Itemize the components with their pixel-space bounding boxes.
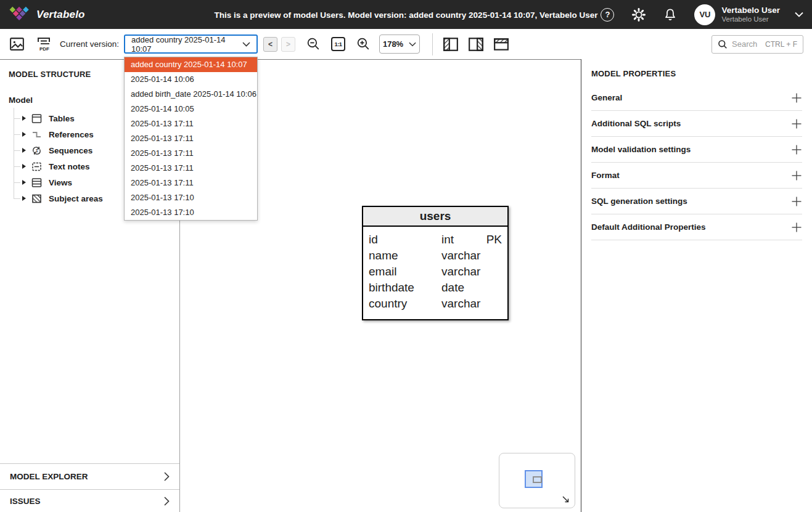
subject-area-icon xyxy=(31,193,42,204)
vertabelo-logo-icon xyxy=(9,6,31,24)
plus-icon[interactable] xyxy=(791,118,802,129)
column-row[interactable]: country varchar xyxy=(369,296,502,312)
minimap[interactable] xyxy=(499,453,575,508)
search-input[interactable] xyxy=(732,39,761,49)
expand-arrow-icon[interactable] xyxy=(22,196,26,201)
plus-icon[interactable] xyxy=(791,144,802,155)
search-shortcut-hint: CTRL + F xyxy=(765,40,797,49)
column-row[interactable]: name varchar xyxy=(369,248,502,264)
entity-users-title[interactable]: users xyxy=(363,207,507,227)
gear-icon[interactable] xyxy=(631,7,646,22)
expand-arrow-icon[interactable] xyxy=(22,132,26,137)
zoom-in-icon[interactable] xyxy=(356,36,371,52)
brand-name: Vertabelo xyxy=(36,9,85,21)
properties-section-additional-sql[interactable]: Additional SQL scripts xyxy=(591,111,802,137)
plus-icon[interactable] xyxy=(791,222,802,233)
current-version-label: Current version: xyxy=(60,39,119,49)
column-row[interactable]: birthdate date xyxy=(369,280,502,296)
plus-icon[interactable] xyxy=(791,92,802,104)
model-properties-panel: MODEL PROPERTIES General Additional SQL … xyxy=(581,59,812,512)
resize-arrow-icon[interactable] xyxy=(562,495,570,504)
version-option[interactable]: 2025-01-13 17:10 xyxy=(125,205,257,220)
views-icon xyxy=(31,177,42,188)
version-option[interactable]: 2025-01-13 17:11 xyxy=(125,146,257,161)
version-option[interactable]: 2025-01-13 17:10 xyxy=(125,190,257,205)
version-option[interactable]: 2025-01-14 10:05 xyxy=(125,102,257,116)
column-row[interactable]: id int PK xyxy=(369,232,502,248)
expand-arrow-icon[interactable] xyxy=(22,180,26,185)
properties-section-sql-generation[interactable]: SQL generation settings xyxy=(591,189,802,214)
version-select-value: added country 2025-01-14 10:07 xyxy=(131,35,242,54)
version-dropdown-list: added country 2025-01-14 10:07 2025-01-1… xyxy=(124,57,258,221)
preview-banner-text: This is a preview of model Users. Model … xyxy=(215,10,598,19)
toggle-right-panel-icon[interactable] xyxy=(468,36,484,52)
export-pdf-icon[interactable]: PDF xyxy=(35,36,52,53)
reference-icon xyxy=(31,129,42,140)
chevron-down-icon xyxy=(795,12,803,17)
column-row[interactable]: email varchar xyxy=(369,264,502,280)
vertabelo-logo[interactable]: Vertabelo xyxy=(9,6,85,24)
entity-users[interactable]: users id int PK name varchar email varch… xyxy=(362,206,509,320)
zoom-out-icon[interactable] xyxy=(306,36,321,52)
toolbar-divider xyxy=(432,33,433,55)
search-box[interactable]: CTRL + F xyxy=(712,35,803,54)
svg-text:1: 1 xyxy=(36,148,38,153)
minimap-entity-marker xyxy=(533,476,542,483)
version-option[interactable]: 2025-01-13 17:11 xyxy=(125,131,257,146)
issues-section[interactable]: ISSUES xyxy=(0,489,179,512)
version-option[interactable]: 2025-01-13 17:11 xyxy=(125,161,257,176)
version-option[interactable]: added birth_date 2025-01-14 10:06 xyxy=(125,87,257,102)
help-icon[interactable]: ? xyxy=(600,7,615,22)
model-properties-title: MODEL PROPERTIES xyxy=(591,69,802,78)
next-version-button[interactable]: > xyxy=(281,37,295,52)
zoom-level-select[interactable]: 178% xyxy=(379,35,420,54)
search-icon xyxy=(718,39,728,49)
toggle-top-panel-icon[interactable] xyxy=(493,36,509,52)
chevron-right-icon xyxy=(164,497,170,506)
text-note-icon xyxy=(31,161,42,172)
chevron-right-icon xyxy=(164,472,170,481)
properties-section-model-validation[interactable]: Model validation settings xyxy=(591,137,802,163)
expand-arrow-icon[interactable] xyxy=(22,148,26,153)
bell-icon[interactable] xyxy=(663,7,678,22)
model-explorer-section[interactable]: MODEL EXPLORER xyxy=(0,463,179,489)
topbar: Vertabelo This is a preview of model Use… xyxy=(0,0,812,29)
version-select[interactable]: added country 2025-01-14 10:07 xyxy=(124,35,258,54)
properties-section-format[interactable]: Format xyxy=(591,163,802,189)
version-option[interactable]: 2025-01-14 10:06 xyxy=(125,72,257,87)
user-menu[interactable]: VU Vertabelo User Vertabelo User xyxy=(694,4,803,25)
table-icon xyxy=(31,113,42,124)
sequence-icon: 1 xyxy=(31,145,42,156)
expand-arrow-icon[interactable] xyxy=(22,116,26,121)
zoom-level-value: 178% xyxy=(383,39,403,49)
export-image-icon[interactable] xyxy=(9,36,25,52)
version-option[interactable]: added country 2025-01-14 10:07 xyxy=(125,57,257,72)
properties-section-default-additional[interactable]: Default Additional Properties xyxy=(591,214,802,240)
version-option[interactable]: 2025-01-13 17:11 xyxy=(125,176,257,190)
user-subtitle: Vertabelo User xyxy=(721,15,780,23)
toolbar: PDF Current version: added country 2025-… xyxy=(0,29,812,59)
primary-key-badge: PK xyxy=(486,233,502,246)
plus-icon[interactable] xyxy=(791,170,802,181)
expand-arrow-icon[interactable] xyxy=(22,164,26,169)
previous-version-button[interactable]: < xyxy=(263,37,277,52)
chevron-down-icon xyxy=(409,42,416,47)
chevron-down-icon xyxy=(242,42,250,47)
plus-icon[interactable] xyxy=(791,196,802,207)
version-option[interactable]: 2025-01-13 17:11 xyxy=(125,116,257,131)
toggle-left-panel-icon[interactable] xyxy=(443,36,459,52)
minimap-viewport[interactable] xyxy=(525,470,543,488)
user-name: Vertabelo User xyxy=(721,6,780,15)
one-to-one-icon[interactable]: 1:1 xyxy=(331,37,345,51)
svg-text:PDF: PDF xyxy=(39,46,49,52)
properties-section-general[interactable]: General xyxy=(591,85,802,111)
avatar: VU xyxy=(694,4,715,25)
